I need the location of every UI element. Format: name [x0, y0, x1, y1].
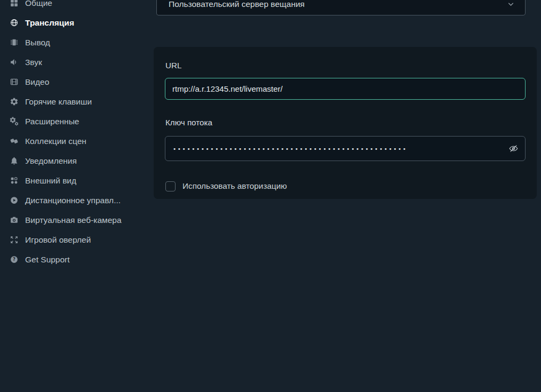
- sidebar-item-notifications[interactable]: Уведомления: [0, 151, 154, 171]
- sidebar-item-label: Вывод: [25, 38, 50, 47]
- gear-icon: [9, 97, 19, 107]
- sidebar-item-virtual-webcam[interactable]: Виртуальная веб-камера: [0, 210, 154, 230]
- play-circle-icon: [9, 196, 19, 205]
- eye-slash-icon: [508, 143, 519, 154]
- sidebar-item-output[interactable]: Вывод: [0, 33, 154, 52]
- sidebar-item-advanced[interactable]: Расширенные: [0, 111, 154, 131]
- url-label: URL: [165, 61, 181, 70]
- bell-icon: [9, 156, 19, 166]
- svg-text:?: ?: [13, 257, 15, 262]
- use-auth-checkbox[interactable]: [165, 181, 176, 191]
- sidebar-item-stream[interactable]: Трансляция: [0, 13, 154, 33]
- speaker-icon: [9, 58, 19, 67]
- gears-icon: [9, 117, 19, 126]
- settings-window: ОбщиеТрансляцияВыводЗвукВидеоГорячие кла…: [0, 0, 541, 392]
- use-auth-label: Использовать авторизацию: [182, 181, 287, 191]
- sidebar-item-label: Расширенные: [25, 117, 79, 126]
- stream-service-selected-value: Пользовательский сервер вещания: [169, 0, 506, 9]
- expand-icon: [9, 235, 19, 245]
- sidebar-item-label: Коллекции сцен: [25, 137, 86, 146]
- sidebar-item-label: Уведомления: [25, 156, 77, 166]
- chevron-down-icon: [506, 0, 515, 9]
- camera-icon: [9, 215, 19, 225]
- sidebar-item-label: Горячие клавиши: [25, 97, 92, 107]
- chip-icon: [9, 38, 19, 47]
- scene-collections-icon: [9, 137, 19, 146]
- sidebar-item-general[interactable]: Общие: [0, 0, 154, 13]
- sidebar-item-remote-control[interactable]: Дистанционное управл...: [0, 190, 154, 210]
- sidebar-item-video[interactable]: Видео: [0, 72, 154, 92]
- grid-icon: [9, 0, 19, 8]
- help-circle-icon: ?: [9, 255, 19, 265]
- use-auth-row[interactable]: Использовать авторизацию: [165, 181, 287, 191]
- stream-settings-card: URL Ключ потока Использовать авторизацию: [154, 47, 537, 199]
- sidebar-item-label: Общие: [25, 0, 52, 8]
- sidebar-item-label: Видео: [25, 77, 49, 87]
- stream-key-label: Ключ потока: [165, 118, 212, 127]
- stream-key-input[interactable]: [165, 136, 526, 161]
- film-icon: [9, 77, 19, 87]
- sidebar-item-scene-collections[interactable]: Коллекции сцен: [0, 131, 154, 151]
- sidebar-item-get-support[interactable]: ?Get Support: [0, 250, 154, 269]
- sidebar-item-label: Игровой оверлей: [25, 235, 91, 245]
- globe-icon: [9, 18, 19, 28]
- sidebar-item-label: Внешний вид: [25, 176, 76, 186]
- sidebar-item-game-overlay[interactable]: Игровой оверлей: [0, 230, 154, 250]
- sidebar-item-label: Виртуальная веб-камера: [25, 215, 122, 225]
- sidebar-item-audio[interactable]: Звук: [0, 52, 154, 72]
- toggle-key-visibility-button[interactable]: [506, 142, 520, 156]
- sidebar-item-label: Дистанционное управл...: [25, 196, 121, 205]
- sidebar-item-label: Звук: [25, 58, 42, 67]
- sidebar-item-label: Трансляция: [25, 18, 74, 28]
- stream-url-input[interactable]: [165, 78, 526, 100]
- appearance-icon: [9, 176, 19, 186]
- sidebar-item-hotkeys[interactable]: Горячие клавиши: [0, 92, 154, 111]
- sidebar-item-appearance[interactable]: Внешний вид: [0, 171, 154, 190]
- settings-sidebar: ОбщиеТрансляцияВыводЗвукВидеоГорячие кла…: [0, 0, 154, 269]
- stream-key-field: [165, 136, 526, 161]
- sidebar-item-label: Get Support: [25, 255, 70, 265]
- stream-service-select[interactable]: Пользовательский сервер вещания: [156, 0, 526, 15]
